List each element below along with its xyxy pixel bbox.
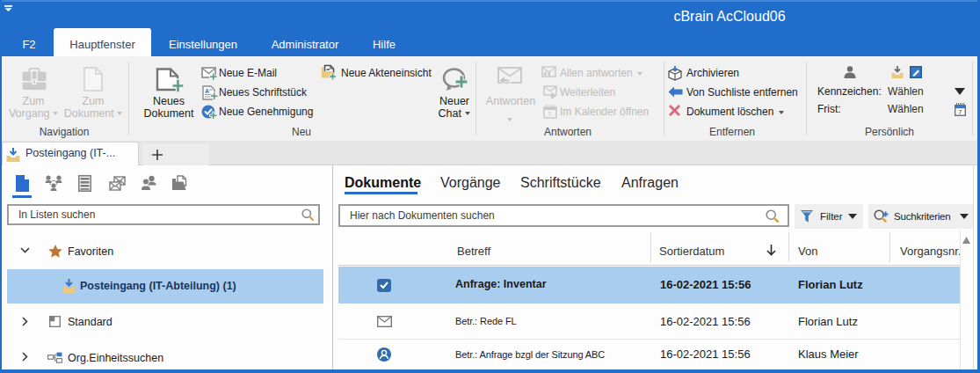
svg-text:A: A xyxy=(205,88,209,94)
svg-text:7: 7 xyxy=(958,108,962,116)
svg-text:7: 7 xyxy=(548,110,552,118)
